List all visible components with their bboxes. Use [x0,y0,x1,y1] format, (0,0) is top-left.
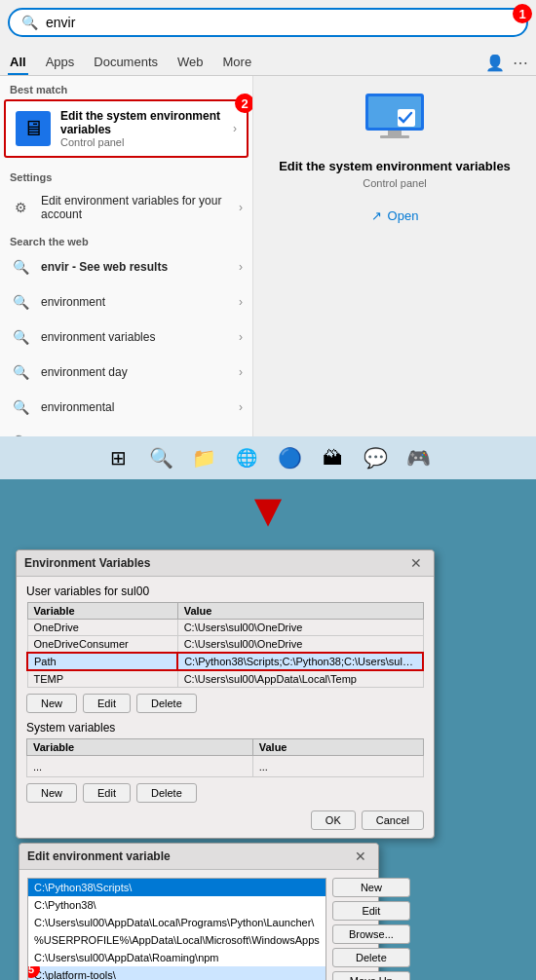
taskbar-chrome[interactable]: 🌐 [231,442,262,473]
list-item-5[interactable]: 5 C:\platform-tools\ [28,966,325,980]
var-name-2: Path [27,653,177,670]
web-section-label: Search the web [0,228,252,249]
search-bar[interactable]: 🔍 [8,8,528,37]
user-vars-table: Variable Value OneDrive C:\Users\sul00\O… [26,602,424,688]
edit-delete-btn[interactable]: Delete [332,948,410,967]
search-web-icon-5: 🔍 [10,432,31,436]
taskbar-start[interactable]: ⊞ [102,442,134,473]
web-item-2[interactable]: 🔍 environment variables › [0,320,252,355]
tab-all[interactable]: All [8,51,28,75]
search-icon: 🔍 [21,15,38,30]
tab-web[interactable]: Web [175,51,206,75]
taskbar-game[interactable]: 🎮 [402,442,434,473]
table-row[interactable]: Path C:\Python38\Scripts;C:\Python38;C:\… [27,653,423,670]
search-web-icon-0: 🔍 [10,256,31,278]
user-icon[interactable]: 👤 [485,54,505,72]
open-button[interactable]: ↗ Open [360,203,431,229]
list-item-4[interactable]: C:\Users\sul00\AppData\Roaming\npm [28,949,325,966]
edit-browse-btn[interactable]: Browse... [332,924,410,944]
web-arrow-1: › [239,295,243,309]
tab-more[interactable]: More [221,51,254,75]
edit-env-user-item[interactable]: ⚙ Edit environment variables for your ac… [0,187,252,228]
sys-vars-table: Variable Value ... ... [26,738,424,777]
down-arrow-section: ▼ [0,479,536,542]
best-match-label: Best match [0,76,252,99]
table-row[interactable]: OneDriveConsumer C:\Users\sul00\OneDrive [27,636,423,654]
list-item-3[interactable]: %USERPROFILE%\AppData\Local\Microsoft\Wi… [28,931,325,949]
edit-dialog-close[interactable]: ✕ [351,848,370,864]
sys-delete-btn[interactable]: Delete [136,783,197,803]
var-value-2: C:\Python38\Scripts;C:\Python38;C:\Users… [177,653,423,670]
svg-rect-3 [388,131,402,135]
web-item-5[interactable]: 🔍 environmental science › [0,425,252,436]
env-variables-dialog: Environment Variables ✕ User variables f… [16,549,435,839]
open-icon: ↗ [371,208,382,223]
env-ok-btn[interactable]: OK [311,810,356,830]
taskbar-search[interactable]: 🔍 [145,442,176,473]
search-web-icon-4: 🔍 [10,396,31,418]
edit-new-btn[interactable]: New [332,878,410,897]
search-web-icon-2: 🔍 [10,326,31,348]
web-item-3[interactable]: 🔍 environment day › [0,355,252,390]
env-cancel-btn[interactable]: Cancel [362,810,424,830]
web-item-0[interactable]: 🔍 envir - See web results › [0,249,252,284]
edit-list-section: C:\Python38\Scripts\ C:\Python38\ C:\Use… [27,878,326,980]
sys-col-val: Value [252,739,423,756]
right-panel-title: Edit the system environment variables [279,159,511,173]
tab-apps[interactable]: Apps [44,51,77,75]
search-section: 1 🔍 [0,0,536,45]
env-dialog-close[interactable]: ✕ [406,555,426,571]
list-item-0[interactable]: C:\Python38\Scripts\ [28,879,325,896]
edit-env-user-text: Edit environment variables for your acco… [41,194,229,221]
web-section: Search the web 🔍 envir - See web results… [0,228,252,436]
edit-dialog-body: C:\Python38\Scripts\ C:\Python38\ C:\Use… [19,870,378,980]
edit-move-up-btn[interactable]: Move Up [332,971,410,980]
dialogs-area: Environment Variables ✕ User variables f… [0,542,536,847]
more-icon[interactable]: ⋯ [513,54,528,72]
web-item-1[interactable]: 🔍 environment › [0,284,252,320]
web-arrow-0: › [239,260,243,274]
edit-dialog-titlebar: Edit environment variable ✕ [19,844,378,870]
taskbar: ⊞ 🔍 📁 🌐 🔵 🏔 💬 🎮 [0,436,536,479]
user-new-btn[interactable]: New [26,694,77,713]
settings-icon: ⚙ [10,197,31,218]
left-results-panel: Best match 2 🖥 Edit the system environme… [0,76,253,436]
list-item-1[interactable]: C:\Python38\ [28,896,325,914]
table-row[interactable]: TEMP C:\Users\sul00\AppData\Local\Temp [27,670,423,688]
web-arrow-4: › [239,400,243,414]
search-input[interactable] [46,15,515,30]
edit-edit-btn[interactable]: Edit [332,901,410,921]
web-text-0: envir - See web results [41,260,229,274]
sys-val-1: ... [252,756,423,777]
taskbar-teams[interactable]: 💬 [360,442,391,473]
best-match-arrow: › [233,122,237,135]
table-row[interactable]: ... ... [27,756,424,777]
list-item-2[interactable]: C:\Users\sul00\AppData\Local\Programs\Py… [28,914,325,931]
tab-documents[interactable]: Documents [92,51,160,75]
col-value: Value [177,603,423,620]
var-name-3: TEMP [27,670,177,688]
taskbar-files[interactable]: 📁 [188,442,219,473]
search-tabs-row: All Apps Documents Web More 👤 ⋯ [0,45,536,76]
sys-btn-row: New Edit Delete [26,783,424,803]
taskbar-photos[interactable]: 🏔 [317,442,348,473]
best-match-monitor-icon: 🖥 [16,111,51,146]
web-item-4[interactable]: 🔍 environmental › [0,390,252,425]
sys-col-var: Variable [27,739,253,756]
web-text-1: environment [41,295,229,309]
user-edit-btn[interactable]: Edit [83,694,131,713]
search-web-icon-1: 🔍 [10,291,31,313]
table-row[interactable]: OneDrive C:\Users\sul00\OneDrive [27,620,423,636]
user-delete-btn[interactable]: Delete [136,694,197,713]
sys-vars-label: System variables [26,721,424,735]
user-vars-label: User variables for sul00 [26,584,424,598]
right-monitor-icon [361,92,429,149]
best-match-item[interactable]: 2 🖥 Edit the system environment variable… [4,99,249,158]
taskbar-edge[interactable]: 🔵 [274,442,305,473]
edit-env-user-arrow: › [239,201,243,214]
sys-new-btn[interactable]: New [26,783,77,803]
right-details-panel: Edit the system environment variables Co… [253,76,536,436]
sys-edit-btn[interactable]: Edit [83,783,131,803]
var-name-1: OneDriveConsumer [27,636,177,654]
env-dialog-bottom-btns: OK Cancel [26,810,424,830]
